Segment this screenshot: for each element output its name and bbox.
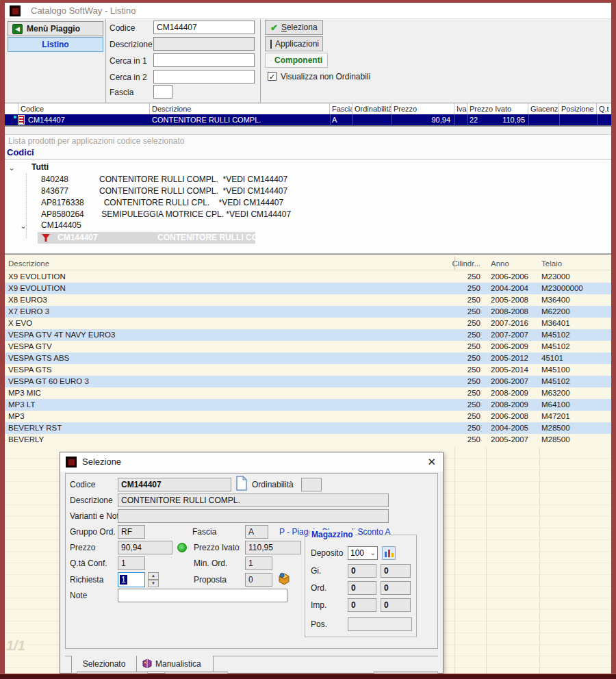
dlg-ordinabilita-value[interactable] [301, 478, 322, 491]
dlg-note-input[interactable] [118, 589, 287, 602]
apps-header-cilindrata[interactable]: Cilindr... [448, 257, 480, 270]
application-row[interactable]: X9 EVOLUTION 250 2006-2006 M23000 [5, 271, 611, 283]
tree-root-tutti[interactable]: Tutti [31, 162, 49, 172]
ord-value-2[interactable]: 0 [381, 581, 411, 595]
ord-label: Ord. [311, 581, 326, 595]
application-row[interactable]: MP3 LT 250 2008-2009 M64100 [5, 399, 611, 411]
dlg-gruppo-label: Gruppo Ord. [70, 525, 116, 539]
application-row[interactable]: VESPA GTS 250 2005-2014 M45100 [5, 364, 611, 376]
tree-item[interactable]: 843677 CONTENITORE RULLI COMPL. *VEDI CM… [5, 185, 611, 197]
dlg-fascia-value[interactable]: A [245, 525, 268, 539]
row-marker-dot [14, 116, 16, 118]
codici-section-title: Codici [5, 146, 611, 159]
title-bar[interactable]: Catalogo SoftWay - Listino [5, 3, 611, 19]
codice-label: Codice [110, 21, 135, 35]
results-header-giacenza[interactable]: Giacenza [528, 103, 559, 115]
selected-result-row[interactable]: CM144407 CONTENITORE RULLI COMPL. A 90,9… [5, 114, 611, 126]
application-row[interactable]: BEVERLY RST 250 2004-2005 M28500 [5, 422, 611, 434]
tab-manualistica[interactable]: Manualistica [137, 656, 214, 672]
gi-value-1[interactable]: 0 [348, 564, 376, 578]
gi-value-2[interactable]: 0 [381, 564, 411, 578]
application-row[interactable]: VESPA GTV 250 2006-2009 M45102 [5, 341, 611, 353]
application-row[interactable]: X9 EVOLUTION 250 2004-2004 M23000000 [5, 283, 611, 294]
tree-item[interactable]: AP8580264 SEMIPULEGGIA MOTRICE CPL. *VED… [5, 209, 611, 220]
dlg-qta-value[interactable]: 1 [118, 556, 145, 570]
dlg-prezzo-value[interactable]: 90,94 [118, 541, 172, 554]
dlg-gruppo-value[interactable]: RF [118, 525, 145, 539]
dlg-prezzo-ivato-value[interactable]: 110,95 [245, 541, 301, 554]
results-header-ordinabilita[interactable]: Ordinabilità [352, 103, 392, 115]
app-row-desc: MP3 LT [8, 399, 35, 411]
selezione-dialog: Selezione ✕ Codice CM144407 Ordinabilità… [60, 452, 444, 674]
app-row-anno: 2006-2006 [491, 271, 528, 283]
apps-header-descrizione[interactable]: Descrizione [8, 257, 49, 270]
app-row-anno: 2005-2014 [491, 364, 528, 376]
results-header-codice[interactable]: Codice [18, 103, 150, 115]
deposito-select[interactable]: 100 ⌄ [348, 546, 378, 560]
app-row-cilindrata: 250 [448, 318, 480, 329]
app-row-cilindrata: 250 [448, 399, 480, 411]
app-row-anno: 2008-2008 [491, 306, 528, 318]
page-indicator: 1/1 [6, 638, 25, 654]
results-header-posizione[interactable]: Posizione [559, 103, 597, 115]
application-row[interactable]: X8 EURO3 250 2005-2008 M36400 [5, 294, 611, 306]
imp-value-1[interactable]: 0 [348, 598, 376, 612]
richiesta-spinner[interactable]: ▲ ▼ [148, 572, 159, 587]
descrizione-input[interactable] [153, 37, 255, 51]
panel-divider [105, 19, 106, 103]
tree-item[interactable]: AP8176338 CONTENITORE RULLI CPL. *VEDI C… [5, 197, 611, 209]
dlg-descrizione-value[interactable]: CONTENITORE RULLI COMPL. [118, 494, 389, 507]
spinner-down-icon[interactable]: ▼ [148, 580, 159, 587]
tree-item[interactable]: 840248 CONTENITORE RULLI COMPL. *VEDI CM… [5, 174, 611, 185]
app-row-cilindrata: 250 [448, 329, 480, 341]
package-cube-icon[interactable] [277, 571, 292, 586]
fascia-input[interactable] [153, 85, 172, 99]
tree-branch-code[interactable]: CM144405 [41, 220, 81, 230]
apps-header-anno[interactable]: Anno [491, 257, 509, 270]
apps-header-telaio[interactable]: Telaio [541, 257, 562, 270]
stock-chart-button[interactable] [382, 546, 396, 560]
application-row[interactable]: VESPA GT 60 EURO 3 250 2006-2007 M45102 [5, 376, 611, 387]
richiesta-spinbox[interactable]: 1 [118, 572, 145, 587]
componenti-button[interactable]: Componenti [265, 53, 328, 68]
results-header-iconcol[interactable] [5, 103, 18, 115]
imp-value-2[interactable]: 0 [381, 598, 411, 612]
ord-value-1[interactable]: 0 [348, 581, 376, 595]
app-row-desc: X9 EVOLUTION [8, 283, 66, 294]
close-icon[interactable]: ✕ [427, 452, 436, 472]
dialog-title-bar[interactable]: Selezione ✕ [60, 452, 443, 472]
results-header-prezzo[interactable]: Prezzo [392, 103, 454, 115]
pos-value[interactable] [348, 617, 412, 631]
dlg-proposta-value[interactable]: 0 [245, 573, 272, 587]
cerca1-input[interactable] [153, 53, 255, 67]
seleziona-button[interactable]: ✔ Seleziona [265, 20, 323, 35]
application-row[interactable]: MP3 MIC 250 2008-2009 M63200 [5, 387, 611, 399]
tree-selected-item[interactable]: CM144407 CONTENITORE RULLI COMPL. [38, 232, 255, 244]
dlg-min-ord-value[interactable]: 1 [245, 556, 272, 570]
cerca2-input[interactable] [153, 70, 255, 84]
menu-piaggio-button[interactable]: ◀ Menù Piaggio [8, 21, 103, 36]
application-row[interactable]: VESPA GTV 4T NAVY EURO3 250 2007-2007 M4… [5, 329, 611, 341]
tree-expand-icon-branch[interactable]: ⌄ [20, 222, 27, 229]
tree-expand-icon-root[interactable]: ⌄ [8, 164, 15, 171]
spinner-up-icon[interactable]: ▲ [148, 572, 159, 580]
results-header-iva[interactable]: Iva [454, 103, 467, 115]
dlg-varianti-value[interactable] [118, 509, 389, 523]
dlg-prezzo-ivato-label: Prezzo Ivato [194, 541, 240, 554]
results-header-descrizione[interactable]: Descrizione [150, 103, 330, 115]
application-row[interactable]: MP3 250 2006-2008 M47201 [5, 411, 611, 422]
visualizza-checkbox[interactable]: ✓ [268, 72, 277, 81]
applicazioni-button[interactable]: Applicazioni [265, 36, 323, 51]
application-row[interactable]: VESPA GTS ABS 250 2005-2012 45101 [5, 353, 611, 364]
sidebar-item-listino[interactable]: Listino [8, 37, 103, 52]
results-header-fascia[interactable]: Fascia [330, 103, 352, 115]
results-header-prezzo-ivato[interactable]: Prezzo Ivato [467, 103, 528, 115]
row-codice: CM144407 [28, 114, 65, 126]
codice-input[interactable] [153, 21, 255, 34]
application-row[interactable]: X7 EURO 3 250 2008-2008 M62200 [5, 306, 611, 318]
application-row[interactable]: X EVO 250 2007-2016 M36401 [5, 318, 611, 329]
application-row[interactable]: BEVERLY 250 2005-2007 M28500 [5, 434, 611, 446]
results-header-qt[interactable]: Q.t [597, 103, 611, 115]
dlg-codice-value[interactable]: CM144407 [118, 478, 231, 491]
document-icon[interactable] [235, 476, 248, 491]
